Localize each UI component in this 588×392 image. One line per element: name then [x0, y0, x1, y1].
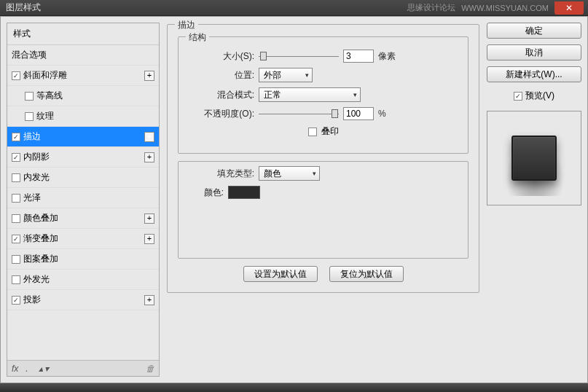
titlebar: 图层样式 思缘设计论坛 WWW.MISSYUAN.COM ✕ — [0, 0, 588, 16]
size-unit: 像素 — [378, 50, 396, 63]
opacity-input[interactable] — [343, 107, 374, 120]
stroke-group: 描边 结构 大小(S): 像素 位置: 外部▾ 混合模式: 正常▾ — [167, 24, 479, 293]
sidebar-item-8[interactable]: 渐变叠加+ — [7, 229, 159, 249]
sidebar-item-5[interactable]: 内发光 — [7, 168, 159, 188]
default-buttons-row: 设置为默认值 复位为默认值 — [178, 266, 469, 282]
ok-button[interactable]: 确定 — [487, 23, 581, 39]
sidebar-header: 样式 — [7, 23, 159, 45]
style-checkbox[interactable] — [12, 71, 20, 80]
add-effect-button[interactable]: + — [144, 152, 154, 162]
blend-label: 混合模式: — [189, 89, 254, 101]
sidebar-item-3[interactable]: 描边+ — [7, 127, 159, 147]
style-checkbox[interactable] — [12, 173, 20, 182]
color-swatch[interactable] — [228, 186, 260, 199]
style-checkbox[interactable] — [25, 112, 34, 121]
sidebar-blend-options[interactable]: 混合选项 — [7, 45, 159, 66]
style-label: 渐变叠加 — [23, 232, 58, 245]
styles-sidebar: 样式 混合选项 斜面和浮雕+等高线纹理描边+内阴影+内发光光泽颜色叠加+渐变叠加… — [7, 23, 160, 377]
size-slider[interactable] — [259, 55, 339, 58]
bottom-strip — [0, 383, 588, 392]
close-icon: ✕ — [565, 3, 573, 13]
style-label: 内阴影 — [23, 151, 50, 163]
filltype-dropdown[interactable]: 颜色▾ — [259, 166, 320, 181]
sidebar-item-0[interactable]: 斜面和浮雕+ — [7, 66, 159, 86]
opacity-slider[interactable] — [259, 112, 339, 116]
titlebar-right: 思缘设计论坛 WWW.MISSYUAN.COM ✕ — [407, 0, 588, 15]
style-label: 纹理 — [36, 110, 54, 122]
structure-group: 结构 大小(S): 像素 位置: 外部▾ 混合模式: 正常▾ 不透明度(O): — [178, 36, 469, 154]
sidebar-item-4[interactable]: 内阴影+ — [7, 147, 159, 168]
color-label: 颜色: — [189, 187, 224, 199]
color-row: 颜色: — [189, 186, 458, 199]
new-style-button[interactable]: 新建样式(W)... — [487, 66, 581, 82]
blend-dropdown[interactable]: 正常▾ — [259, 87, 361, 102]
cancel-button[interactable]: 取消 — [487, 44, 581, 60]
filltype-row: 填充类型: 颜色▾ — [189, 166, 458, 181]
add-effect-button[interactable]: + — [144, 213, 154, 224]
opacity-row: 不透明度(O): % — [189, 107, 458, 120]
blend-options-label: 混合选项 — [12, 49, 47, 61]
size-label: 大小(S): — [189, 50, 254, 63]
style-checkbox[interactable] — [12, 133, 20, 141]
sidebar-item-11[interactable]: 投影+ — [7, 290, 159, 310]
style-checkbox[interactable] — [12, 275, 20, 284]
style-checkbox[interactable] — [12, 255, 20, 264]
style-checkbox[interactable] — [12, 296, 20, 305]
arrow-up-icon: ▴ — [39, 364, 43, 374]
style-checkbox[interactable] — [25, 92, 34, 101]
add-effect-button[interactable]: + — [144, 234, 154, 244]
center-panel: 描边 结构 大小(S): 像素 位置: 外部▾ 混合模式: 正常▾ — [165, 23, 481, 377]
opacity-unit: % — [378, 109, 386, 119]
preview-label: 预览(V) — [525, 90, 554, 102]
style-checkbox[interactable] — [12, 235, 20, 243]
sidebar-item-2[interactable]: 纹理 — [7, 106, 159, 127]
style-label: 颜色叠加 — [23, 212, 58, 224]
opacity-label: 不透明度(O): — [189, 108, 254, 120]
overprint-checkbox[interactable] — [308, 128, 317, 136]
sidebar-item-6[interactable]: 光泽 — [7, 188, 159, 208]
add-effect-button[interactable]: + — [144, 295, 154, 305]
sidebar-item-9[interactable]: 图案叠加 — [7, 249, 159, 270]
style-label: 投影 — [23, 294, 41, 306]
style-label: 斜面和浮雕 — [23, 69, 67, 82]
add-effect-button[interactable]: + — [144, 71, 154, 81]
close-button[interactable]: ✕ — [554, 1, 584, 15]
style-checkbox[interactable] — [12, 214, 20, 223]
footer-arrows[interactable]: ▴ ▾ — [39, 364, 49, 374]
style-label: 图案叠加 — [23, 253, 58, 265]
filltype-label: 填充类型: — [189, 168, 254, 180]
sidebar-item-10[interactable]: 外发光 — [7, 270, 159, 290]
reset-default-button[interactable]: 复位为默认值 — [329, 266, 404, 282]
style-checkbox[interactable] — [12, 153, 20, 162]
position-dropdown[interactable]: 外部▾ — [259, 68, 313, 82]
fx-label[interactable]: fx — [12, 364, 18, 374]
preview-checkbox[interactable] — [514, 92, 522, 101]
sidebar-footer: fx. ▴ ▾ 🗑 — [7, 360, 159, 376]
arrow-down-icon: ▾ — [44, 364, 49, 374]
stroke-legend: 描边 — [175, 19, 198, 31]
add-effect-button[interactable]: + — [144, 132, 154, 142]
filltype-value: 颜色 — [264, 168, 281, 180]
style-label: 外发光 — [23, 273, 50, 286]
overprint-row: 叠印 — [189, 125, 458, 138]
trash-icon[interactable]: 🗑 — [146, 364, 154, 374]
set-default-button[interactable]: 设置为默认值 — [243, 266, 318, 282]
preview-toggle-row: 预览(V) — [487, 90, 581, 102]
position-label: 位置: — [189, 69, 254, 82]
sidebar-item-1[interactable]: 等高线 — [7, 86, 159, 106]
blend-value: 正常 — [264, 89, 281, 101]
sidebar-item-7[interactable]: 颜色叠加+ — [7, 208, 159, 229]
preview-box — [487, 111, 581, 205]
watermark-text-1: 思缘设计论坛 — [407, 2, 455, 13]
watermark-text-2: WWW.MISSYUAN.COM — [461, 4, 549, 12]
fill-group: 填充类型: 颜色▾ 颜色: — [178, 161, 469, 259]
style-label: 等高线 — [36, 90, 63, 102]
size-row: 大小(S): 像素 — [189, 50, 458, 63]
position-row: 位置: 外部▾ — [189, 68, 458, 82]
style-label: 内发光 — [23, 171, 50, 184]
style-checkbox[interactable] — [12, 194, 20, 203]
structure-legend: 结构 — [186, 31, 209, 44]
preview-cube — [511, 136, 557, 181]
size-input[interactable] — [343, 50, 374, 63]
style-label: 光泽 — [23, 192, 41, 204]
